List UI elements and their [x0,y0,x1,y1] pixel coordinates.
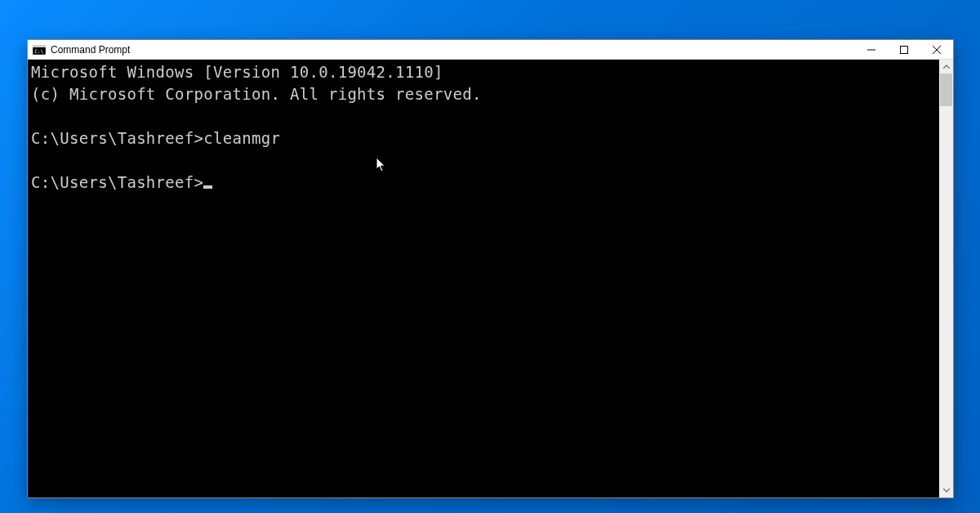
window-title: Command Prompt [51,45,130,55]
close-button[interactable] [920,40,953,59]
svg-rect-4 [901,46,908,53]
console-prompt: C:\Users\Tashreef> [31,129,203,147]
scroll-up-arrow-icon[interactable] [939,60,953,74]
titlebar[interactable]: C:\ Command Prompt [28,40,953,60]
command-prompt-window: C:\ Command Prompt Microsoft Windows [Ve… [27,39,954,498]
svg-rect-1 [33,45,46,47]
window-controls [855,40,953,59]
console-command: cleanmgr [203,129,280,147]
console-output[interactable]: Microsoft Windows [Version 10.0.19042.11… [28,60,939,497]
minimize-button[interactable] [855,40,888,59]
cmd-icon: C:\ [33,44,46,56]
console-prompt: C:\Users\Tashreef> [31,173,203,191]
titlebar-left: C:\ Command Prompt [28,44,855,56]
text-cursor [203,185,212,189]
console-line: Microsoft Windows [Version 10.0.19042.11… [31,63,443,81]
scroll-down-arrow-icon[interactable] [939,484,953,497]
console-line: (c) Microsoft Corporation. All rights re… [31,85,482,103]
scroll-thumb[interactable] [940,74,952,106]
console-area: Microsoft Windows [Version 10.0.19042.11… [28,60,953,497]
svg-text:C:\: C:\ [34,48,43,54]
maximize-button[interactable] [888,40,920,59]
vertical-scrollbar[interactable] [939,60,953,497]
